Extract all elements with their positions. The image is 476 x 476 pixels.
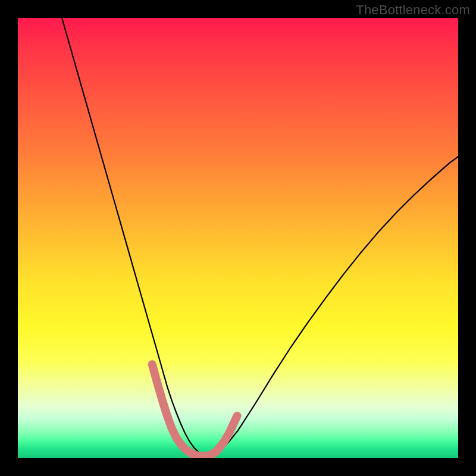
bottleneck-curve <box>62 18 458 456</box>
highlight-left-segment <box>152 364 208 456</box>
plot-area <box>18 18 458 458</box>
highlight-right-segment <box>207 416 237 456</box>
curve-layer <box>18 18 458 458</box>
chart-frame: TheBottleneck.com <box>0 0 476 476</box>
watermark-text: TheBottleneck.com <box>356 2 470 18</box>
